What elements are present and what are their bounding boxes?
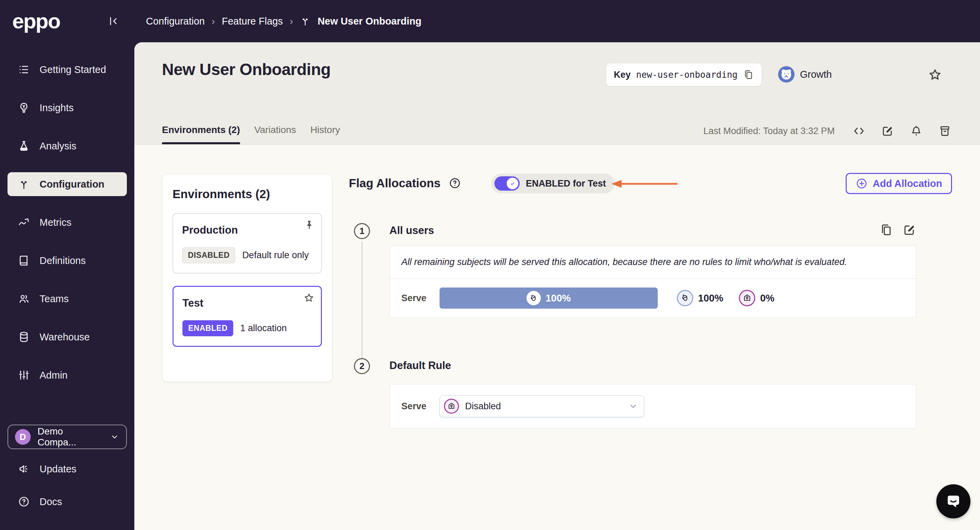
tab-history[interactable]: History — [310, 124, 340, 144]
allocation-card-all-users: All remaining subjects will be served th… — [390, 245, 916, 318]
status-badge-disabled: DISABLED — [182, 247, 235, 263]
pin-icon[interactable] — [304, 219, 315, 231]
chevron-right-icon — [290, 15, 293, 27]
env-name: Test — [183, 297, 312, 309]
check-icon — [507, 178, 518, 189]
chevron-down-icon — [628, 401, 638, 411]
env-card-test[interactable]: Test ENABLED 1 allocation — [173, 286, 322, 347]
toggle-switch[interactable] — [495, 176, 520, 191]
page-header: New User Onboarding Key new-user-onboard… — [134, 42, 980, 145]
serve-label: Serve — [401, 293, 439, 304]
copy-icon[interactable] — [880, 223, 893, 237]
flask-icon — [18, 140, 30, 152]
sidebar-item-label: Definitions — [40, 255, 86, 266]
birdhouse-icon — [444, 399, 459, 414]
sidebar-item-configuration[interactable]: Configuration — [8, 172, 127, 196]
flag-key-chip[interactable]: Key new-user-onboarding — [606, 64, 761, 86]
page-title: New User Onboarding — [162, 60, 331, 79]
breadcrumb-configuration[interactable]: Configuration — [146, 16, 205, 27]
legend-value: 100% — [698, 293, 723, 304]
step-number-2: 2 — [354, 358, 370, 374]
env-card-production[interactable]: Production DISABLED Default rule only — [173, 213, 322, 274]
bell-icon[interactable] — [910, 124, 923, 137]
split-arrows-icon — [18, 178, 30, 190]
sidebar-item-analysis[interactable]: Analysis — [8, 134, 127, 158]
chevron-down-icon — [110, 432, 119, 442]
bear-avatar-icon — [778, 66, 794, 83]
sidebar-item-teams[interactable]: Teams — [8, 287, 127, 311]
edit-icon[interactable] — [903, 223, 916, 237]
sidebar-nav: Getting Started Insights Analysis Config… — [0, 42, 134, 387]
tab-variations[interactable]: Variations — [255, 124, 296, 144]
sidebar-item-label: Docs — [40, 496, 62, 508]
allocation-title-all-users: All users — [390, 224, 434, 237]
sidebar-item-label: Admin — [40, 370, 67, 381]
code-icon[interactable] — [853, 124, 865, 137]
env-name: Production — [182, 224, 312, 236]
sidebar-item-warehouse[interactable]: Warehouse — [8, 325, 127, 349]
step-connector-line — [361, 242, 363, 358]
sidebar-item-insights[interactable]: Insights — [8, 96, 127, 120]
chevron-right-icon — [212, 15, 215, 27]
flag-split-icon — [300, 16, 311, 27]
sliders-icon — [18, 369, 30, 381]
sidebar-item-admin[interactable]: Admin — [8, 363, 127, 387]
add-allocation-button[interactable]: Add Allocation — [846, 173, 952, 194]
list-icon — [18, 64, 30, 76]
chat-bubble-icon — [944, 492, 963, 511]
topbar: eppo Configuration Feature Flags New Use… — [0, 0, 980, 42]
sidebar: Getting Started Insights Analysis Config… — [0, 42, 134, 530]
tab-environments[interactable]: Environments (2) — [162, 124, 240, 144]
collapse-sidebar-icon[interactable] — [108, 15, 119, 27]
sidebar-item-definitions[interactable]: Definitions — [8, 248, 127, 272]
workspace-name: Demo Compa... — [38, 426, 103, 448]
serve-label: Serve — [401, 401, 439, 412]
chat-launcher-button[interactable] — [936, 484, 970, 519]
last-modified-text: Last Modified: Today at 3:32 PM — [703, 126, 835, 137]
sidebar-item-label: Insights — [40, 102, 74, 113]
default-rule-variation-dropdown[interactable]: Disabled — [439, 395, 644, 417]
serve-row: Serve 100% 100% — [390, 279, 916, 318]
people-icon — [18, 293, 30, 305]
sidebar-item-label: Metrics — [40, 217, 71, 228]
flag-allocations-header: Flag Allocations — [349, 173, 461, 193]
eppo-app: eppo Configuration Feature Flags New Use… — [0, 0, 980, 530]
sidebar-item-updates[interactable]: Updates — [8, 457, 127, 481]
favorite-star-icon[interactable] — [928, 67, 942, 83]
workspace-avatar: D — [15, 429, 31, 445]
acorn-icon — [527, 291, 541, 305]
sidebar-item-getting-started[interactable]: Getting Started — [8, 57, 127, 81]
dropdown-selected-value: Disabled — [465, 401, 501, 412]
allocation-description: All remaining subjects will be served th… — [390, 246, 916, 279]
add-allocation-label: Add Allocation — [873, 178, 942, 189]
star-icon[interactable] — [303, 292, 315, 304]
sidebar-item-docs[interactable]: Docs — [8, 490, 127, 514]
sidebar-item-label: Warehouse — [40, 331, 90, 343]
allocation-title-default-rule: Default Rule — [390, 360, 451, 372]
edit-icon[interactable] — [881, 124, 894, 137]
team-badge[interactable]: Growth — [778, 66, 832, 83]
sidebar-item-label: Getting Started — [40, 64, 106, 75]
copy-icon[interactable] — [743, 69, 754, 80]
team-name: Growth — [800, 69, 832, 80]
workspace-switcher[interactable]: D Demo Compa... — [8, 425, 127, 449]
breadcrumb-feature-flags[interactable]: Feature Flags — [222, 16, 283, 27]
legend-item-enabled: 100% — [677, 290, 723, 306]
status-badge-enabled: ENABLED — [183, 320, 233, 336]
archive-icon[interactable] — [939, 124, 951, 137]
legend-value: 0% — [760, 293, 775, 304]
environment-enabled-toggle[interactable]: ENABLED for Test — [492, 173, 615, 193]
birdhouse-icon — [739, 290, 755, 306]
sidebar-item-metrics[interactable]: Metrics — [8, 210, 127, 234]
database-icon — [18, 331, 30, 343]
serve-distribution-bar: 100% — [439, 288, 658, 309]
question-circle-icon — [18, 495, 30, 508]
sidebar-item-label: Analysis — [40, 140, 76, 152]
step-number-1: 1 — [354, 223, 370, 239]
main-content: New User Onboarding Key new-user-onboard… — [134, 42, 980, 530]
line-chart-icon — [18, 216, 30, 229]
legend-item-disabled: 0% — [739, 290, 775, 306]
sidebar-item-label: Teams — [40, 293, 68, 304]
question-circle-icon[interactable] — [449, 177, 461, 189]
sidebar-item-label: Updates — [40, 463, 76, 475]
